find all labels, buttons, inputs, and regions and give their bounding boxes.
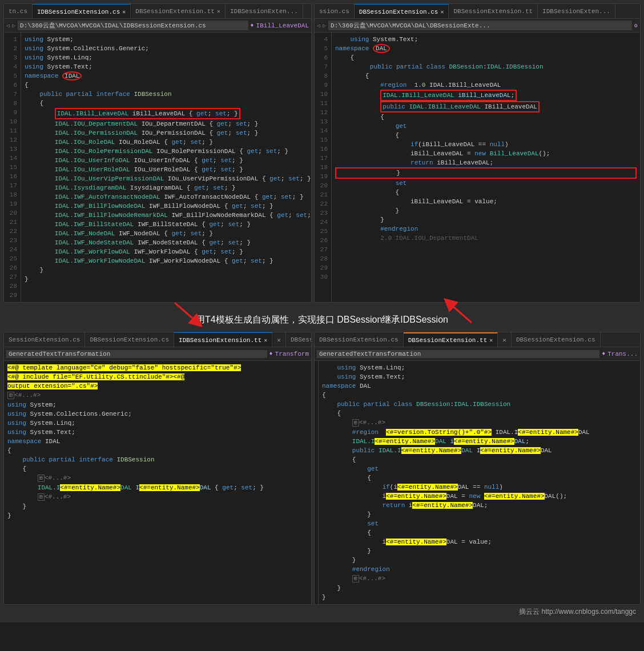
top-left-tab-bar: tn.cs IDBSessionExtension.cs ✕ DBSession… xyxy=(4,4,311,19)
file-path: D:\360云盘\MVCOA\MVCOA\IDAL\IDBSessionExte… xyxy=(18,21,248,30)
tab-label: DBSessionExtension.cs xyxy=(90,336,169,343)
collapse-marker-r1[interactable]: ⊞ xyxy=(352,419,359,427)
nav-back-icon[interactable]: ◁ xyxy=(6,22,10,29)
tab-label: ✕ xyxy=(277,336,281,344)
annotation-text: 用T4模板生成自动属性，实现接口 DBSession继承IDBSession xyxy=(196,314,448,326)
bottom-right-code: using System.Linq; using System.Text; na… xyxy=(319,361,640,604)
member-name: IBill_LeaveDAL xyxy=(256,22,309,29)
class-name: GeneratedTextTransformation xyxy=(6,350,267,358)
tab-label: DBSessionExtension.tt xyxy=(135,8,215,15)
tab-dbsession-tt3[interactable]: DBSessionExtension.tt xyxy=(286,332,311,347)
top-right-panel: ssion.cs DBSessionExtension.cs ✕ DBSessi… xyxy=(314,3,641,303)
top-right-tab-bar: ssion.cs DBSessionExtension.cs ✕ DBSessi… xyxy=(315,4,640,19)
line-numbers: 456 789 101112 131415 161718 192021 2223… xyxy=(315,33,332,302)
settings-icon: ⚙ xyxy=(634,22,638,29)
tab-session-cs[interactable]: ssion.cs xyxy=(315,4,355,19)
tab-label: DBSessionExtension.cs xyxy=(516,336,595,343)
top-right-code-area: 456 789 101112 131415 161718 192021 2223… xyxy=(315,33,640,302)
close-icon[interactable]: ✕ xyxy=(489,337,493,344)
tab-label: ssion.cs xyxy=(319,8,349,15)
class-name: GeneratedTextTransformation xyxy=(317,350,599,358)
top-editor-section: tn.cs IDBSessionExtension.cs ✕ DBSession… xyxy=(3,3,641,303)
svg-line-1 xyxy=(449,303,472,323)
collapse-marker-r2[interactable]: ⊞ xyxy=(352,575,359,582)
tab-dbsession-ext-cs3[interactable]: DBSessionExtension.cs xyxy=(315,332,404,347)
nav-back-icon[interactable]: ◁ xyxy=(317,22,320,29)
tab-label: IDBSessionExtension.tt xyxy=(179,337,261,344)
tab-dbsession-tt-active[interactable]: DBSessionExtension.tt ✕ xyxy=(404,332,498,347)
tab-idbsession-ext3[interactable]: IDBSessionExten... xyxy=(538,4,615,19)
close-icon[interactable]: ✕ xyxy=(440,9,444,15)
tab-idbsession-ext2[interactable]: IDBSessionExten... xyxy=(226,4,303,19)
bottom-right-addr-bar: GeneratedTextTransformation ♦ Trans... xyxy=(315,347,640,361)
tab-label: IDBSessionExten... xyxy=(542,8,610,15)
top-left-code-area: 123 456 789 101112 131415 161718 192021 … xyxy=(4,33,311,302)
tab-dbsession-ext-cs[interactable]: DBSessionExtension.cs ✕ xyxy=(355,4,449,19)
tab-label: DBSessionExtension.tt xyxy=(408,337,488,344)
tab-x2[interactable]: ✕ xyxy=(498,332,512,347)
tab-label: DBSessionExtension.cs xyxy=(319,336,399,343)
svg-line-0 xyxy=(175,303,198,323)
bottom-right-code-area: using System.Linq; using System.Text; na… xyxy=(315,361,640,604)
close-icon[interactable]: ✕ xyxy=(264,337,267,344)
close-icon[interactable]: ✕ xyxy=(122,9,126,15)
tab-label: DBSessionExtension.cs xyxy=(359,9,438,15)
tab-idbsession-ext-cs[interactable]: IDBSessionExtension.cs ✕ xyxy=(33,4,131,19)
tab-label: DBSessionExtension.tt xyxy=(453,8,533,15)
tab-session-ext-cs[interactable]: SessionExtension.cs xyxy=(4,332,85,347)
tab-label: SessionExtension.cs xyxy=(9,336,80,343)
tab-x1[interactable]: ✕ xyxy=(272,332,286,347)
watermark: 摘云云 http://www.cnblogs.com/tanggc xyxy=(3,605,641,619)
member-icon: ♦ xyxy=(269,351,273,357)
line-numbers xyxy=(315,361,319,604)
bottom-right-panel: DBSessionExtension.cs DBSessionExtension… xyxy=(314,332,641,605)
collapse-marker3[interactable]: ⊞ xyxy=(38,493,45,501)
collapse-marker[interactable]: ⊞ xyxy=(7,392,14,399)
tab-dbsession-tt2[interactable]: DBSessionExtension.tt xyxy=(449,4,538,19)
tab-tn-cs[interactable]: tn.cs xyxy=(4,4,33,19)
top-right-code: using System.Text; namespace DAL { publi… xyxy=(332,33,640,302)
member-icon: ♦ xyxy=(602,351,605,357)
close-icon[interactable]: ✕ xyxy=(217,8,220,15)
bottom-left-tab-bar: SessionExtension.cs DBSessionExtension.c… xyxy=(4,332,311,347)
tab-label: ✕ xyxy=(502,336,506,344)
bottom-left-addr-bar: GeneratedTextTransformation ♦ Transform xyxy=(4,347,311,361)
tab-label: IDBSessionExten... xyxy=(230,8,298,15)
member-name: Trans... xyxy=(607,351,638,357)
top-left-panel: tn.cs IDBSessionExtension.cs ✕ DBSession… xyxy=(3,3,312,303)
member-name: Transform xyxy=(275,351,309,357)
tab-dbsession-ext-cs4[interactable]: DBSessionExtension.cs xyxy=(512,332,601,347)
nav-fwd-icon[interactable]: ▷ xyxy=(323,22,326,29)
annotation-row: 用T4模板生成自动属性，实现接口 DBSession继承IDBSession xyxy=(3,303,641,332)
bottom-right-tab-bar: DBSessionExtension.cs DBSessionExtension… xyxy=(315,332,640,347)
top-right-addr-bar: ◁ ▷ D:\360云盘\MVCOA\MVCOA\DAL\DBSessionEx… xyxy=(315,19,640,33)
bottom-editor-section: SessionExtension.cs DBSessionExtension.c… xyxy=(3,332,641,605)
tab-dbsession-tt[interactable]: DBSessionExtension.tt ✕ xyxy=(131,4,226,19)
tab-idbsession-tt[interactable]: IDBSessionExtension.tt ✕ xyxy=(174,332,272,347)
tab-label: DBSessionExtension.tt xyxy=(291,336,311,343)
bottom-left-code-area: <#@ template language="C#" debug="false"… xyxy=(4,361,311,604)
file-path: D:\360云盘\MVCOA\MVCOA\DAL\DBSessionExte..… xyxy=(328,21,632,30)
main-container: tn.cs IDBSessionExtension.cs ✕ DBSession… xyxy=(0,0,644,622)
nav-fwd-icon[interactable]: ▷ xyxy=(12,22,15,29)
bottom-left-panel: SessionExtension.cs DBSessionExtension.c… xyxy=(3,332,312,605)
top-left-code: using System; using System.Collections.G… xyxy=(21,33,311,302)
tab-dbsession-ext-cs2[interactable]: DBSessionExtension.cs xyxy=(85,332,174,347)
collapse-marker2[interactable]: ⊞ xyxy=(38,475,45,482)
line-numbers: 123 456 789 101112 131415 161718 192021 … xyxy=(4,33,21,302)
member-icon: ♦ xyxy=(251,22,254,29)
bottom-left-code: <#@ template language="C#" debug="false"… xyxy=(4,361,311,604)
tab-label: tn.cs xyxy=(9,8,27,15)
tab-label: IDBSessionExtension.cs xyxy=(37,9,120,15)
top-left-addr-bar: ◁ ▷ D:\360云盘\MVCOA\MVCOA\IDAL\IDBSession… xyxy=(4,19,311,33)
